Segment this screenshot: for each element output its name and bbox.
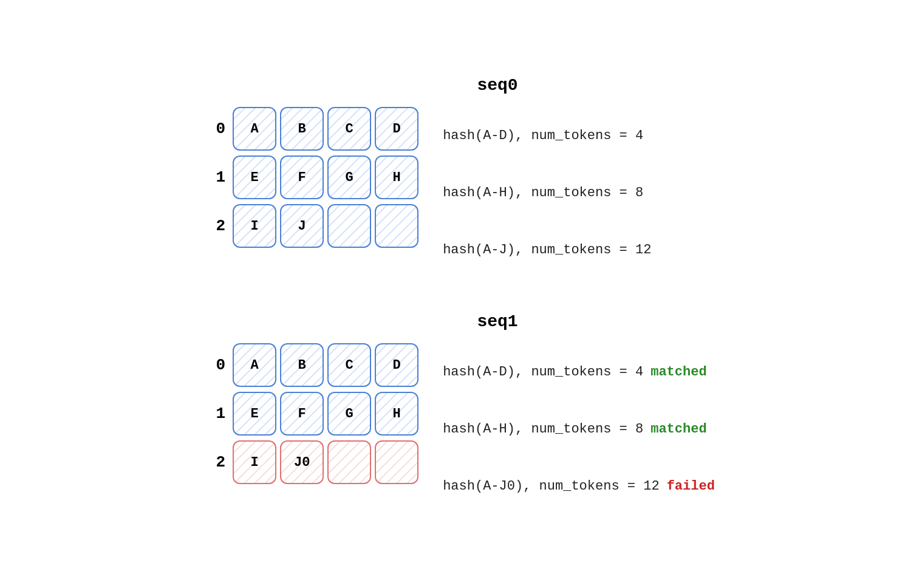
token-box: I <box>233 204 276 248</box>
seq0-hash-row-1: hash(A-H), num_tokens = 8 <box>443 166 651 219</box>
token-box: C <box>327 107 371 151</box>
seq1-hash-text-1: hash(A-H), num_tokens = 8 <box>443 422 643 437</box>
seq1-block: seq1 0 A B C D 1 E <box>207 312 715 512</box>
seq0-row-0: 0 A B C D <box>207 107 418 151</box>
token-box: C <box>327 343 371 387</box>
seq0-block: seq0 0 A B C D 1 E <box>207 76 715 276</box>
token-label: I <box>251 219 259 234</box>
token-label: C <box>346 358 353 373</box>
token-box: J <box>280 204 324 248</box>
token-box: E <box>233 156 276 199</box>
token-label: D <box>393 121 401 137</box>
seq1-row-1: 1 E F G H <box>207 392 418 436</box>
token-label: E <box>251 406 259 422</box>
seq1-hash-row-1: hash(A-H), num_tokens = 8 matched <box>443 403 715 455</box>
token-box-red: J0 <box>280 440 324 484</box>
seq1-row-0-index: 0 <box>207 356 225 374</box>
token-box: E <box>233 392 276 436</box>
token-box: F <box>280 392 324 436</box>
token-label: F <box>298 406 306 422</box>
seq0-info: hash(A-D), num_tokens = 4 hash(A-H), num… <box>443 107 651 276</box>
token-box: A <box>233 343 276 387</box>
seq1-row-0-tokens: A B C D <box>233 343 418 387</box>
token-label: A <box>251 121 259 137</box>
seq0-hash-row-0: hash(A-D), num_tokens = 4 <box>443 109 651 162</box>
token-label: A <box>251 358 259 373</box>
token-label: H <box>393 406 401 422</box>
seq0-row-2-index: 2 <box>207 217 225 235</box>
seq0-title: seq0 <box>280 76 715 95</box>
seq1-hash-row-0: hash(A-D), num_tokens = 4 matched <box>443 346 715 398</box>
seq1-hash-text-0: hash(A-D), num_tokens = 4 <box>443 364 643 380</box>
token-label: G <box>346 170 353 185</box>
seq1-row-0: 0 A B C D <box>207 343 418 387</box>
seq0-row-0-index: 0 <box>207 120 225 138</box>
seq0-row-2: 2 I J <box>207 204 418 248</box>
seq1-status-2: failed <box>667 479 715 494</box>
seq1-row-2-index: 2 <box>207 453 225 471</box>
token-label: C <box>346 121 353 137</box>
token-box-empty <box>375 204 418 248</box>
token-label: J <box>298 219 306 234</box>
token-box-red-empty <box>327 440 371 484</box>
seq1-grid: 0 A B C D 1 E F G H <box>207 343 418 484</box>
seq1-status-1: matched <box>651 422 706 437</box>
token-box: D <box>375 107 418 151</box>
main-container: seq0 0 A B C D 1 E <box>159 52 763 536</box>
seq1-row-2-tokens: I J0 <box>233 440 418 484</box>
token-label: B <box>298 121 306 137</box>
seq0-content: 0 A B C D 1 E F G H <box>207 107 715 276</box>
seq0-row-2-tokens: I J <box>233 204 418 248</box>
seq1-status-0: matched <box>651 364 706 380</box>
token-box-red-empty <box>375 440 418 484</box>
seq0-hash-text-0: hash(A-D), num_tokens = 4 <box>443 128 643 143</box>
seq0-row-1-index: 1 <box>207 168 225 186</box>
token-box: G <box>327 392 371 436</box>
token-box: B <box>280 343 324 387</box>
token-label: E <box>251 170 259 185</box>
token-label: I <box>251 455 259 470</box>
token-label: D <box>393 358 401 373</box>
seq0-hash-row-2: hash(A-J), num_tokens = 12 <box>443 224 651 276</box>
token-box: G <box>327 156 371 199</box>
token-label: J0 <box>294 455 310 470</box>
seq0-row-1: 1 E F G H <box>207 156 418 199</box>
token-label: F <box>298 170 306 185</box>
token-box: D <box>375 343 418 387</box>
seq0-row-0-tokens: A B C D <box>233 107 418 151</box>
seq1-content: 0 A B C D 1 E F G H <box>207 343 715 512</box>
token-box: F <box>280 156 324 199</box>
token-label: B <box>298 358 306 373</box>
seq1-row-2: 2 I J0 <box>207 440 418 484</box>
seq0-grid: 0 A B C D 1 E F G H <box>207 107 418 248</box>
seq1-hash-text-2: hash(A-J0), num_tokens = 12 <box>443 479 659 494</box>
seq1-hash-row-2: hash(A-J0), num_tokens = 12 failed <box>443 460 715 512</box>
seq0-hash-text-2: hash(A-J), num_tokens = 12 <box>443 242 651 258</box>
seq0-hash-text-1: hash(A-H), num_tokens = 8 <box>443 185 643 200</box>
seq1-title: seq1 <box>280 312 715 331</box>
token-box: B <box>280 107 324 151</box>
token-box-red: I <box>233 440 276 484</box>
token-box: H <box>375 392 418 436</box>
seq1-row-1-tokens: E F G H <box>233 392 418 436</box>
seq1-row-1-index: 1 <box>207 405 225 423</box>
token-box-empty <box>327 204 371 248</box>
seq0-row-1-tokens: E F G H <box>233 156 418 199</box>
token-box: A <box>233 107 276 151</box>
seq1-info: hash(A-D), num_tokens = 4 matched hash(A… <box>443 343 715 512</box>
token-box: H <box>375 156 418 199</box>
token-label: G <box>346 406 353 422</box>
token-label: H <box>393 170 401 185</box>
